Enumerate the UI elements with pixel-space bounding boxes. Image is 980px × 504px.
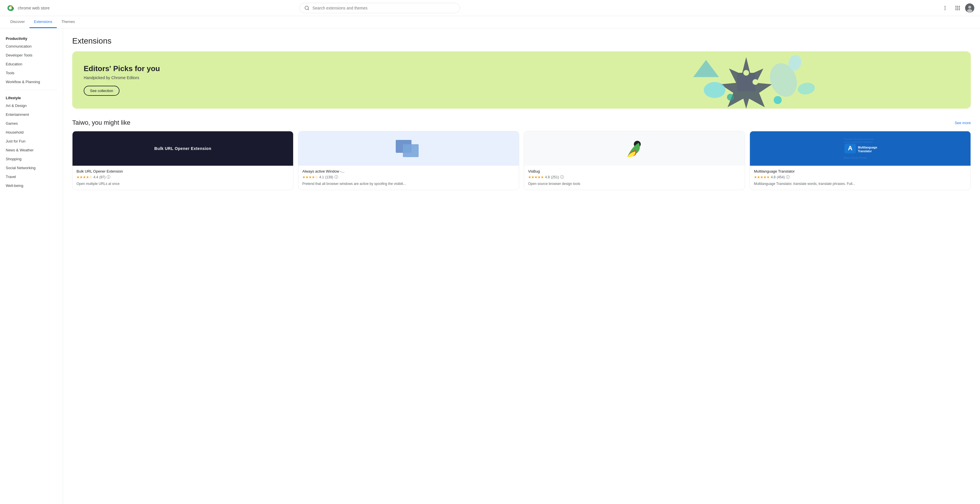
info-icon-active-window: ⓘ <box>334 175 338 180</box>
see-collection-button[interactable]: See collection <box>84 86 119 96</box>
sidebar-item-tools[interactable]: Tools <box>0 69 59 77</box>
sidebar-item-travel[interactable]: Travel <box>0 172 59 181</box>
info-icon-visbug: ⓘ <box>560 175 564 180</box>
svg-rect-8 <box>957 6 958 6</box>
logo-area: chrome web store <box>6 3 57 13</box>
main-layout: Productivity Communication Developer Too… <box>0 29 980 504</box>
sidebar-item-games[interactable]: Games <box>0 119 59 128</box>
banner-subtitle: Handpicked by Chrome Editors <box>84 75 160 80</box>
page-title: Extensions <box>72 37 971 46</box>
sidebar-section-productivity: Productivity Communication Developer Too… <box>0 34 63 86</box>
sidebar-item-education[interactable]: Education <box>0 60 59 69</box>
svg-text:Traductor Translator Übersetze: Traductor Translator Übersetzer <box>843 138 874 140</box>
svg-text:↔: ↔ <box>850 146 852 149</box>
stars-visbug: ★★★★★ <box>528 175 544 179</box>
main-content: Extensions Editors' Picks for you Handpi… <box>63 29 980 504</box>
translator-icon-svg: Traductor Translator Übersetzer Vertaler… <box>843 136 877 161</box>
card-desc-active-window: Pretend that all browser windows are act… <box>302 182 515 187</box>
svg-point-1 <box>9 6 12 10</box>
sidebar-item-well-being[interactable]: Well-being <box>0 181 59 190</box>
svg-point-24 <box>704 82 725 98</box>
card-rating-visbug: ★★★★★ 4.8 (251) ⓘ <box>528 175 741 180</box>
svg-point-4 <box>945 6 945 6</box>
svg-point-21 <box>743 70 749 76</box>
extension-card-visbug[interactable]: VisBug ★★★★★ 4.8 (251) ⓘ Open source bro… <box>524 131 745 190</box>
svg-point-28 <box>797 81 816 96</box>
tab-themes[interactable]: Themes <box>57 16 80 28</box>
rating-count-active-window: (139) <box>325 175 333 179</box>
window-icon-svg <box>394 137 423 160</box>
rating-value-translator: 4.8 <box>771 175 776 179</box>
card-name-translator: Multilanguage Translator <box>754 169 967 174</box>
stars-bulk-url: ★★★★☆ <box>76 175 92 179</box>
recommendations-header: Taiwo, you might like See more <box>72 119 971 126</box>
sidebar-item-just-for-fun[interactable]: Just for Fun <box>0 137 59 146</box>
sidebar-item-entertainment[interactable]: Entertainment <box>0 110 59 119</box>
card-desc-visbug: Open source browser design tools <box>528 182 741 187</box>
rating-count-translator: (454) <box>777 175 785 179</box>
bulk-url-title-text: Bulk URL Opener Extension <box>152 144 214 153</box>
stars-active-window: ★★★★☆ <box>302 175 318 179</box>
svg-point-25 <box>727 94 734 100</box>
card-body-active-window: Always active Window -... ★★★★☆ 4.1 (139… <box>298 166 519 190</box>
extension-card-bulk-url[interactable]: Bulk URL Opener Extension Bulk URL Opene… <box>72 131 293 190</box>
header-actions <box>940 3 974 13</box>
card-thumbnail-translator: Traductor Translator Übersetzer Vertaler… <box>750 131 970 166</box>
see-more-link[interactable]: See more <box>955 121 971 125</box>
card-desc-translator: Multilanguage Translator, translate word… <box>754 182 967 187</box>
sidebar-section-title-productivity: Productivity <box>0 34 63 42</box>
svg-rect-12 <box>959 8 960 8</box>
search-input[interactable] <box>312 6 455 10</box>
chrome-logo-icon <box>6 3 15 13</box>
search-bar[interactable] <box>299 3 460 13</box>
info-icon-bulk-url: ⓘ <box>107 175 110 180</box>
svg-marker-23 <box>693 60 719 77</box>
user-avatar[interactable] <box>965 3 974 13</box>
card-thumbnail-bulk-url: Bulk URL Opener Extension <box>73 131 293 166</box>
card-thumbnail-visbug <box>524 131 745 166</box>
sidebar-item-art-design[interactable]: Art & Design <box>0 101 59 110</box>
rating-count-visbug: (251) <box>551 175 559 179</box>
rating-count-bulk-url: (97) <box>99 175 105 179</box>
svg-text:Multilanguage: Multilanguage <box>858 146 877 149</box>
sidebar-item-news-weather[interactable]: News & Weather <box>0 146 59 155</box>
sidebar-item-social-networking[interactable]: Social Networking <box>0 163 59 172</box>
tab-extensions[interactable]: Extensions <box>30 16 57 28</box>
card-name-bulk-url: Bulk URL Opener Extension <box>76 169 289 174</box>
svg-point-17 <box>968 6 971 9</box>
card-name-visbug: VisBug <box>528 169 741 174</box>
sidebar: Productivity Communication Developer Too… <box>0 29 63 504</box>
svg-rect-13 <box>955 9 956 10</box>
more-vert-icon <box>942 5 948 11</box>
svg-rect-31 <box>403 144 418 157</box>
svg-rect-11 <box>957 8 958 8</box>
app-header: chrome web store <box>0 0 980 16</box>
svg-text:Translator: Translator <box>858 150 872 153</box>
sidebar-item-developer-tools[interactable]: Developer Tools <box>0 51 59 60</box>
card-body-visbug: VisBug ★★★★★ 4.8 (251) ⓘ Open source bro… <box>524 166 745 190</box>
svg-line-3 <box>308 9 309 10</box>
apps-grid-button[interactable] <box>953 3 963 13</box>
banner-illustration <box>522 51 971 108</box>
extension-cards-grid: Bulk URL Opener Extension Bulk URL Opene… <box>72 131 971 190</box>
sidebar-item-workflow[interactable]: Workflow & Planning <box>0 77 59 86</box>
svg-text:Bốidịch Střadač Překlad: Bốidịch Střadač Překlad <box>843 156 867 159</box>
banner-title: Editors' Picks for you <box>84 64 160 73</box>
more-options-button[interactable] <box>940 3 950 13</box>
extension-card-translator[interactable]: Traductor Translator Übersetzer Vertaler… <box>749 131 971 190</box>
card-body-bulk-url: Bulk URL Opener Extension ★★★★☆ 4.4 (97)… <box>73 166 293 190</box>
recommendations-title: Taiwo, you might like <box>72 119 130 126</box>
apps-grid-icon <box>955 5 961 11</box>
card-rating-translator: ★★★★★ 4.8 (454) ⓘ <box>754 175 967 180</box>
sidebar-item-shopping[interactable]: Shopping <box>0 155 59 163</box>
tab-discover[interactable]: Discover <box>6 16 30 28</box>
extension-card-active-window[interactable]: Always active Window -... ★★★★☆ 4.1 (139… <box>298 131 519 190</box>
svg-point-22 <box>752 79 758 85</box>
card-body-translator: Multilanguage Translator ★★★★★ 4.8 (454)… <box>750 166 970 190</box>
sidebar-item-household[interactable]: Household <box>0 128 59 137</box>
card-desc-bulk-url: Open multiple URLs at once <box>76 182 289 187</box>
rating-value-active-window: 4.1 <box>319 175 324 179</box>
svg-point-6 <box>945 9 945 10</box>
banner-illustration-svg <box>522 51 971 108</box>
sidebar-item-communication[interactable]: Communication <box>0 42 59 51</box>
